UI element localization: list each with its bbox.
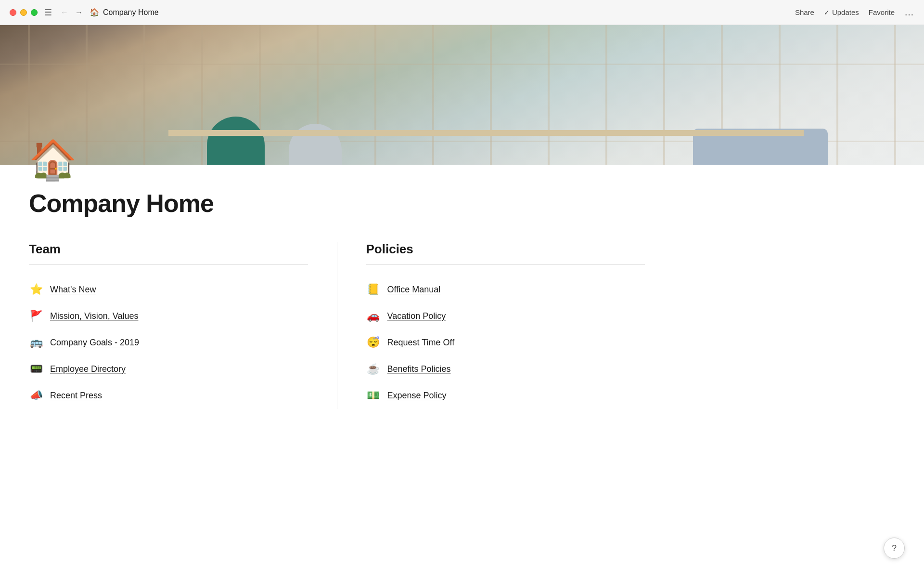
vacation-icon: 🚗 [366,310,381,322]
page-content: Company Home Team ⭐ What's New 🚩 Mission… [0,179,674,447]
columns-layout: Team ⭐ What's New 🚩 Mission, Vision, Val… [29,242,645,409]
sidebar-toggle-button[interactable]: ☰ [44,7,52,18]
policies-section-heading: Policies [366,242,645,257]
goals-link: Company Goals - 2019 [50,338,139,348]
policies-column: Policies 📒 Office Manual 🚗 Vacation Poli… [366,242,645,409]
updates-label: Updates [832,8,859,16]
directory-icon: 📟 [29,363,43,375]
team-section-heading: Team [29,242,308,257]
traffic-lights [10,9,38,16]
goals-icon: 🚌 [29,336,43,349]
list-item[interactable]: ⭐ What's New [29,276,308,303]
mission-icon: 🚩 [29,310,43,322]
page-icon-title: 🏠 Company Home [90,8,795,17]
favorite-button[interactable]: Favorite [869,8,895,16]
page-heading: Company Home [29,189,645,218]
minimize-button[interactable] [20,9,27,16]
expense-icon: 💵 [366,389,381,402]
time-off-link: Request Time Off [387,338,455,348]
nav-arrows: ← → [59,7,85,18]
list-item[interactable]: 📟 Employee Directory [29,356,308,382]
policies-link-list: 📒 Office Manual 🚗 Vacation Policy 😴 Requ… [366,276,645,409]
help-button[interactable]: ? [884,538,905,559]
whats-new-icon: ⭐ [29,283,43,296]
whats-new-link: What's New [50,285,96,295]
page-emoji: 🏠 [29,141,77,179]
updates-button[interactable]: ✓ Updates [824,8,859,16]
directory-link: Employee Directory [50,364,126,374]
mission-link: Mission, Vision, Values [50,311,138,321]
press-icon: 📣 [29,389,43,402]
check-icon: ✓ [824,9,830,16]
list-item[interactable]: 😴 Request Time Off [366,329,645,356]
list-item[interactable]: ☕ Benefits Policies [366,356,645,382]
share-label: Share [795,8,814,16]
vacation-link: Vacation Policy [387,311,446,321]
close-button[interactable] [10,9,16,16]
desk-decoration [168,130,804,136]
back-button[interactable]: ← [59,7,70,18]
office-manual-icon: 📒 [366,283,381,296]
share-button[interactable]: Share [795,8,814,16]
page-icon-area: 🏠 [0,141,924,179]
policies-divider [366,264,645,265]
titlebar-actions: Share ✓ Updates Favorite … [795,7,914,18]
more-options-button[interactable]: … [904,7,914,18]
titlebar: ☰ ← → 🏠 Company Home Share ✓ Updates Fav… [0,0,924,25]
benefits-link: Benefits Policies [387,364,451,374]
titlebar-page-title: Company Home [103,8,159,17]
forward-button[interactable]: → [73,7,85,18]
press-link: Recent Press [50,391,102,401]
list-item[interactable]: 🚩 Mission, Vision, Values [29,303,308,329]
list-item[interactable]: 💵 Expense Policy [366,382,645,409]
column-divider [337,242,337,409]
benefits-icon: ☕ [366,363,381,375]
list-item[interactable]: 🚗 Vacation Policy [366,303,645,329]
team-link-list: ⭐ What's New 🚩 Mission, Vision, Values 🚌… [29,276,308,409]
titlebar-page-icon: 🏠 [90,8,99,17]
favorite-label: Favorite [869,8,895,16]
expense-link: Expense Policy [387,391,447,401]
list-item[interactable]: 🚌 Company Goals - 2019 [29,329,308,356]
team-divider [29,264,308,265]
time-off-icon: 😴 [366,336,381,349]
office-manual-link: Office Manual [387,285,441,295]
list-item[interactable]: 📣 Recent Press [29,382,308,409]
team-column: Team ⭐ What's New 🚩 Mission, Vision, Val… [29,242,308,409]
list-item[interactable]: 📒 Office Manual [366,276,645,303]
maximize-button[interactable] [31,9,38,16]
